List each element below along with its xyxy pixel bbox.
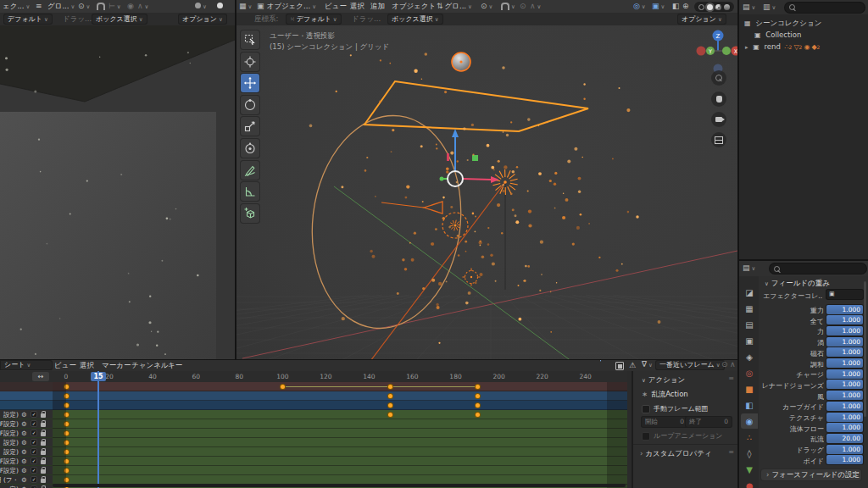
falloff-icon[interactable]: ∧	[730, 360, 736, 369]
lock-icon[interactable]	[41, 423, 46, 427]
wind-cone-object[interactable]	[381, 202, 442, 214]
ortho-toggle-button[interactable]	[711, 132, 726, 147]
field-weights-panel-header[interactable]: ∨フィールドの重み	[763, 279, 830, 289]
channel-enable-checkbox[interactable]: ✓	[31, 439, 37, 446]
weight-slider-9[interactable]: 1.000	[826, 402, 863, 411]
emitter-plane-object[interactable]	[364, 81, 588, 131]
channel-enable-checkbox[interactable]: ✓	[31, 476, 37, 483]
keyframe[interactable]	[388, 394, 392, 398]
zoom-button[interactable]	[711, 70, 726, 86]
pivot-icon[interactable]: ⊙∨	[481, 0, 492, 14]
weight-slider-7[interactable]: 1.000	[826, 380, 863, 389]
weight-slider-12[interactable]: 20.00	[826, 434, 863, 443]
falloff-icon[interactable]: ∧∨	[137, 0, 148, 14]
keyframe[interactable]	[476, 385, 480, 389]
shading-preview-icon[interactable]: ∨	[195, 0, 207, 14]
action-panel-header[interactable]: ∨アクション	[640, 375, 685, 385]
editor-type-icon[interactable]: ▤∨	[743, 1, 755, 14]
modifier-icon[interactable]: ⚙	[21, 411, 27, 419]
move-tool[interactable]	[241, 74, 259, 92]
object-mode-dropdown[interactable]: ▣オブジェク...∨	[257, 0, 316, 14]
select-mode-dropdown[interactable]: ボックス選択∨	[92, 14, 147, 25]
editor-type-icon[interactable]: ▦∨	[239, 0, 252, 14]
tool-tab-icon[interactable]: ◪	[741, 285, 758, 300]
menu-view[interactable]: ビュー	[54, 360, 76, 371]
weight-slider-0[interactable]: 1.000	[826, 305, 863, 314]
menu-key[interactable]: キー	[168, 360, 182, 371]
annotate-tool[interactable]	[241, 161, 259, 180]
transform-tool[interactable]	[241, 139, 259, 158]
weight-slider-10[interactable]: 1.000	[826, 413, 863, 422]
scale-tool[interactable]	[241, 117, 259, 136]
dopesheet-channel-area[interactable]: 設定)⚙✓F設定)⚙✓F設定)⚙✓設定)⚙✓設定)⚙✓F設定)⚙✓F設定)⚙✓使…	[0, 382, 627, 488]
shading-rendered-icon[interactable]	[724, 4, 730, 10]
frame-end-field[interactable]: 終了0	[686, 417, 732, 427]
channel-enable-checkbox[interactable]: ✓	[31, 467, 37, 474]
channel-enable-checkbox[interactable]: ✓	[31, 430, 37, 436]
weight-slider-11[interactable]: 1.000	[826, 423, 863, 432]
modifier-icon[interactable]: ⚙	[21, 467, 27, 474]
channel-row[interactable]: F設定)⚙✓	[0, 457, 627, 466]
mode-dropdown[interactable]: ェク...∨	[3, 0, 30, 14]
keyframe[interactable]	[476, 413, 480, 417]
orientation-dropdown[interactable]: ⇅グロ...∨	[437, 0, 472, 14]
force-field-panel-header[interactable]: ›フォースフィールドの設定	[761, 469, 861, 480]
weight-slider-1[interactable]: 1.000	[826, 315, 863, 324]
channel-row[interactable]: F設定)⚙✓	[0, 429, 627, 438]
modifier-icon[interactable]: ⚙	[21, 476, 27, 484]
lock-icon[interactable]	[41, 479, 46, 483]
lock-icon[interactable]	[41, 460, 46, 464]
frame-start-field[interactable]: 開始0	[642, 417, 687, 427]
snap-mode-dropdown[interactable]: 一番近いフレーム∨	[655, 360, 725, 370]
pan-button[interactable]	[711, 92, 726, 107]
keyframe[interactable]	[388, 413, 392, 417]
proportional-edit-icon[interactable]: ⊙	[721, 360, 728, 369]
menu-select[interactable]: 選択	[350, 0, 364, 13]
weight-slider-14[interactable]: 1.000	[826, 455, 863, 464]
weight-slider-6[interactable]: 1.000	[826, 369, 863, 379]
properties-scrollbar[interactable]	[864, 281, 866, 417]
action-datablock[interactable]: ∗乱流Action	[642, 390, 688, 400]
lit-plane-face[interactable]	[0, 112, 216, 359]
modifier-icon[interactable]: ⚙	[21, 430, 27, 437]
playhead-line[interactable]	[97, 371, 99, 488]
outliner-row-object[interactable]: ▸ ▣ rend ∴2▽2◉◆2	[739, 42, 868, 53]
channel-row[interactable]	[0, 401, 627, 410]
turbulence-forcefield-object[interactable]	[492, 169, 517, 195]
snap-target-icon[interactable]: ⊢∨	[108, 0, 121, 14]
add-cube-tool[interactable]	[241, 204, 259, 223]
outliner-search[interactable]	[785, 3, 865, 13]
modifier-icon[interactable]: ⚙	[21, 439, 27, 446]
expand-range-button[interactable]: ↔	[32, 372, 49, 381]
channel-row[interactable]	[0, 382, 627, 391]
preset-dropdown[interactable]: ⁙デフォルト∨	[286, 14, 342, 25]
shading-wireframe-icon[interactable]	[698, 4, 704, 10]
show-gizmo-icon[interactable]: ◎∨	[633, 0, 646, 14]
menu-channel[interactable]: チャンネル	[131, 360, 169, 371]
measure-tool[interactable]	[241, 182, 259, 201]
horizontal-scrollbar[interactable]	[53, 484, 626, 487]
select-mode-dropdown[interactable]: ボックス選択∨	[387, 14, 443, 25]
lock-icon[interactable]	[41, 413, 46, 418]
channel-enable-checkbox[interactable]: ✓	[31, 420, 37, 427]
lock-icon[interactable]	[41, 451, 46, 455]
menu-view[interactable]: ビュー	[325, 0, 347, 13]
expand-arrow-icon[interactable]: ▸	[745, 44, 748, 51]
camera-view-button[interactable]	[711, 112, 726, 127]
proportional-edit-icon[interactable]: ◉	[127, 0, 134, 13]
toggle-xray-icon[interactable]: ◧	[672, 0, 680, 13]
weight-slider-5[interactable]: 1.000	[826, 358, 863, 368]
effector-collection-field[interactable]: ▣	[826, 290, 863, 299]
loop-checkbox[interactable]	[642, 432, 650, 441]
modifier-icon[interactable]: ⚙	[21, 448, 27, 456]
show-overlays-icon[interactable]: ▣∨	[652, 0, 665, 14]
modifier-icon[interactable]: ⚙	[21, 458, 27, 465]
channel-row[interactable]: 設定)⚙✓	[0, 447, 627, 457]
move-gizmo[interactable]	[440, 129, 500, 186]
weight-slider-3[interactable]: 1.000	[826, 337, 863, 347]
material-tab-icon[interactable]: ●	[741, 478, 758, 488]
dopesheet-mode-dropdown[interactable]: シート∨	[0, 360, 53, 370]
warning-icon[interactable]: ⚠	[629, 361, 636, 369]
outliner-row-collection[interactable]: ▣ Collection	[739, 30, 868, 41]
filter-funnel-icon[interactable]: ∇∨	[642, 360, 653, 369]
